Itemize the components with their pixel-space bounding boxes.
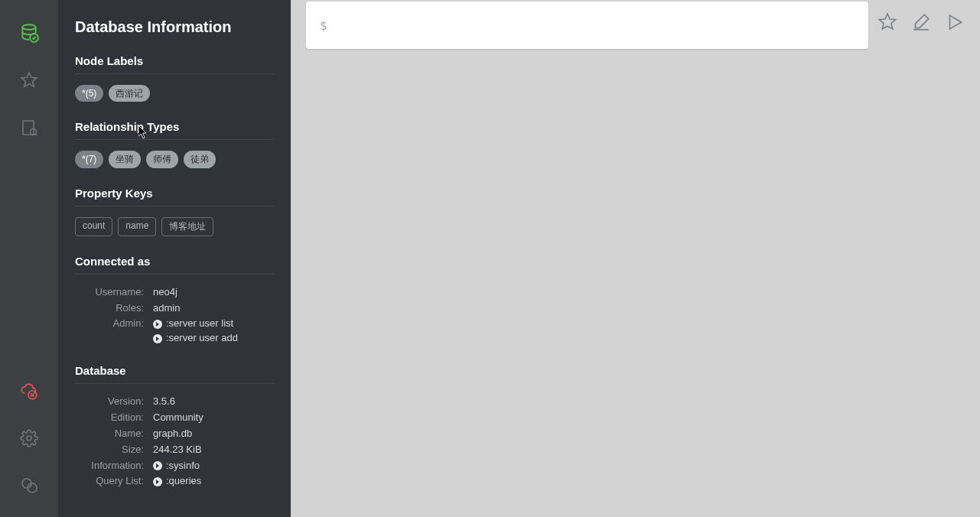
play-icon xyxy=(153,334,162,343)
edition-value: Community xyxy=(153,411,203,425)
editor-prompt: $ xyxy=(320,18,327,33)
node-labels-chips: *(5) 西游记 xyxy=(75,85,274,102)
query-input[interactable] xyxy=(334,18,855,32)
cloud-sync-icon[interactable] xyxy=(0,367,58,415)
rel-type-item[interactable]: 师傅 xyxy=(146,151,178,167)
editor-toolbar xyxy=(877,12,965,32)
cmd-user-add[interactable]: :server user add xyxy=(153,331,238,346)
play-icon xyxy=(153,461,162,470)
name-value: graph.db xyxy=(153,427,192,441)
play-icon xyxy=(153,477,162,486)
prop-keys-chips: count name 博客地址 xyxy=(75,217,274,236)
roles-value: admin xyxy=(153,301,180,316)
size-value: 244.23 KiB xyxy=(153,443,202,457)
rel-type-all[interactable]: *(7) xyxy=(75,151,103,167)
svg-point-0 xyxy=(22,24,35,30)
info-label: Information: xyxy=(75,459,153,473)
documents-icon[interactable] xyxy=(0,104,58,151)
node-label-all[interactable]: *(5) xyxy=(75,85,103,102)
sidebar-panel: Database Information Node Labels *(5) 西游… xyxy=(58,0,291,517)
play-icon xyxy=(153,320,162,329)
favorite-icon[interactable] xyxy=(877,12,897,32)
database-heading: Database xyxy=(75,364,274,377)
prop-key-item[interactable]: name xyxy=(118,217,156,236)
svg-rect-2 xyxy=(23,121,34,135)
cmd-sysinfo[interactable]: :sysinfo xyxy=(153,459,200,473)
rel-type-item[interactable]: 坐骑 xyxy=(109,151,141,167)
database-list: Version:3.5.6 Edition:Community Name:gra… xyxy=(75,395,274,489)
db-info-icon[interactable] xyxy=(0,9,58,57)
rel-type-item[interactable]: 徒弟 xyxy=(184,151,216,167)
version-label: Version: xyxy=(75,395,153,409)
version-value: 3.5.6 xyxy=(153,395,175,409)
connected-list: Username:neo4j Roles:admin Admin: :serve… xyxy=(75,285,274,346)
cmd-queries[interactable]: :queries xyxy=(153,474,201,489)
username-value: neo4j xyxy=(153,285,177,300)
admin-label: Admin: xyxy=(75,317,153,331)
prop-keys-heading: Property Keys xyxy=(75,187,274,200)
svg-point-5 xyxy=(27,436,31,441)
cmd-user-list[interactable]: :server user list xyxy=(153,317,238,331)
prop-key-item[interactable]: count xyxy=(75,217,112,236)
left-rail xyxy=(0,0,58,517)
sidebar-title: Database Information xyxy=(75,18,274,36)
node-label-item[interactable]: 西游记 xyxy=(109,85,150,102)
roles-label: Roles: xyxy=(75,301,153,316)
edition-label: Edition: xyxy=(75,411,153,425)
name-label: Name: xyxy=(75,427,153,441)
node-labels-heading: Node Labels xyxy=(75,54,274,67)
about-icon[interactable] xyxy=(0,462,58,509)
size-label: Size: xyxy=(75,443,153,457)
rel-types-heading: Relationship Types xyxy=(75,120,274,133)
prop-key-item[interactable]: 博客地址 xyxy=(161,217,213,236)
rel-types-chips: *(7) 坐骑 师傅 徒弟 xyxy=(75,151,274,167)
querylist-label: Query List: xyxy=(75,474,153,489)
main-area: $ xyxy=(291,0,980,517)
run-icon[interactable] xyxy=(945,12,965,32)
settings-icon[interactable] xyxy=(0,415,58,462)
erase-icon[interactable] xyxy=(911,12,931,32)
favorites-icon[interactable] xyxy=(0,57,58,104)
query-editor[interactable]: $ xyxy=(306,2,868,49)
username-label: Username: xyxy=(75,285,153,300)
connected-heading: Connected as xyxy=(75,255,274,268)
